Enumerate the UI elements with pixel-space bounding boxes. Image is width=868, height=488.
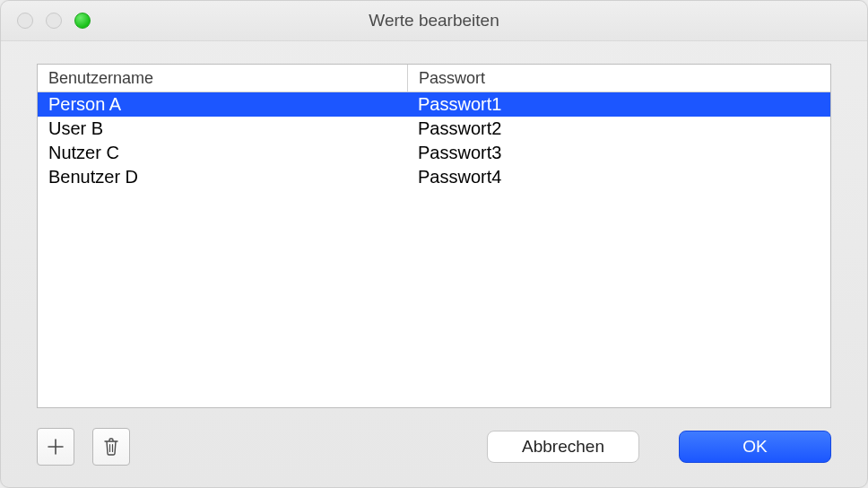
trash-icon — [102, 437, 120, 457]
close-window-button[interactable] — [17, 13, 33, 29]
table-row[interactable]: Nutzer CPasswort3 — [38, 141, 830, 165]
table-body: Person APasswort1User BPasswort2Nutzer C… — [38, 92, 830, 407]
table-row[interactable]: Benutzer DPasswort4 — [38, 165, 830, 189]
cancel-button[interactable]: Abbrechen — [487, 431, 639, 463]
titlebar: Werte bearbeiten — [1, 1, 867, 41]
window-title: Werte bearbeiten — [1, 11, 867, 30]
dialog-window: Werte bearbeiten Benutzername Passwort P… — [0, 0, 868, 488]
delete-row-button[interactable] — [92, 428, 130, 466]
cell-username: User B — [38, 118, 407, 139]
column-header-password[interactable]: Passwort — [407, 65, 830, 92]
cell-password: Passwort4 — [407, 167, 830, 187]
cell-password: Passwort2 — [407, 118, 830, 139]
table-header: Benutzername Passwort — [38, 65, 830, 92]
cell-password: Passwort1 — [407, 94, 830, 115]
minimize-window-button[interactable] — [46, 13, 62, 29]
cell-username: Benutzer D — [38, 167, 407, 187]
cell-username: Nutzer C — [38, 143, 407, 163]
cell-username: Person A — [38, 94, 407, 115]
dialog-content: Benutzername Passwort Person APasswort1U… — [1, 40, 867, 487]
add-row-button[interactable] — [37, 428, 74, 466]
plus-icon — [47, 438, 65, 456]
zoom-window-button[interactable] — [74, 13, 91, 29]
table-row[interactable]: User BPasswort2 — [38, 117, 830, 141]
column-header-username[interactable]: Benutzername — [38, 65, 407, 92]
credentials-table: Benutzername Passwort Person APasswort1U… — [37, 64, 831, 408]
table-row[interactable]: Person APasswort1 — [38, 92, 830, 117]
dialog-footer: Abbrechen OK — [37, 428, 831, 466]
cell-password: Passwort3 — [407, 143, 830, 163]
ok-button[interactable]: OK — [679, 431, 831, 463]
window-controls — [17, 13, 91, 29]
